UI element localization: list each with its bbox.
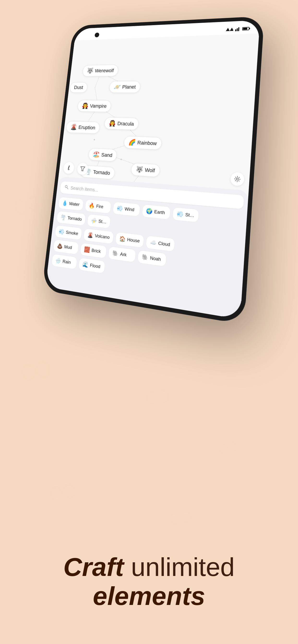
svg-line-36 (67, 188, 68, 189)
item-water[interactable]: 💧 Water (58, 197, 84, 211)
chip-werewolf[interactable]: 🐺 Werewolf (82, 65, 119, 77)
svg-rect-16 (238, 27, 239, 31)
svg-marker-12 (226, 28, 230, 31)
item-storm-partial[interactable]: ⛈️ St… (87, 214, 111, 229)
item-brick[interactable]: 🧱 Brick (80, 243, 107, 258)
chip-rainbow[interactable]: 🌈 Rainbow (123, 136, 162, 150)
brush-icon (66, 165, 72, 171)
svg-rect-15 (237, 28, 238, 31)
footer-elements: elements (19, 582, 279, 610)
canvas-area[interactable]: 🐺 Werewolf Dust 🪐 Planet 🧛 Vampire 🧛 Dra (46, 33, 259, 319)
svg-point-32 (68, 169, 69, 170)
item-cloud[interactable]: ☁️ Cloud (145, 235, 175, 252)
filter-button[interactable] (77, 163, 89, 175)
svg-rect-31 (68, 165, 70, 169)
item-rain[interactable]: 🌧️ Rain (51, 254, 77, 270)
signal-icon (226, 27, 233, 32)
item-volcano[interactable]: 🌋 Volcano (83, 228, 114, 244)
item-steam[interactable]: 💨 St… (172, 207, 199, 222)
svg-point-28 (94, 139, 95, 140)
chip-wolf[interactable]: 🐺 Wolf (130, 163, 160, 177)
search-placeholder: Search items... (70, 186, 99, 193)
svg-text:∞: ∞ (6, 176, 48, 230)
item-wind[interactable]: 💨 Wind (112, 202, 140, 217)
chip-sand[interactable]: 🏖️ Sand (88, 148, 117, 162)
items-grid: 💧 Water 🔥 Fire 💨 Wind (51, 197, 243, 294)
settings-icon (234, 176, 241, 183)
svg-point-34 (236, 178, 238, 180)
svg-text:∞: ∞ (140, 372, 174, 418)
chip-dracula[interactable]: 🧛 Dracula (104, 117, 139, 130)
svg-marker-13 (230, 28, 233, 31)
phone-device: 🐺 Werewolf Dust 🪐 Planet 🧛 Vampire 🧛 Dra (42, 16, 264, 325)
item-smoke[interactable]: 💨 Smoke (55, 225, 83, 240)
svg-point-27 (120, 158, 122, 160)
chip-vampire[interactable]: 🧛 Vampire (77, 100, 112, 112)
brush-button[interactable] (63, 162, 75, 174)
filter-icon (80, 166, 86, 172)
footer-craft: Craft (63, 552, 124, 582)
item-earth[interactable]: 🌍 Earth (141, 204, 171, 220)
item-fire[interactable]: 🔥 Fire (85, 199, 112, 214)
svg-rect-14 (235, 29, 236, 31)
item-noah[interactable]: 🐘 Noah (137, 250, 167, 267)
settings-button[interactable] (230, 172, 244, 186)
footer-unlimited: unlimited (124, 552, 235, 582)
svg-marker-33 (80, 167, 85, 171)
svg-text:∞: ∞ (164, 494, 197, 538)
chip-planet[interactable]: 🪐 Planet (109, 81, 141, 93)
svg-text:∞: ∞ (43, 463, 83, 517)
battery-icon (242, 27, 249, 30)
footer-text: Craft unlimited elements (0, 552, 298, 610)
tool-buttons (63, 162, 89, 175)
item-tornado[interactable]: 🌪️ Tornado (56, 211, 86, 226)
phone-screen: 🐺 Werewolf Dust 🪐 Planet 🧛 Vampire 🧛 Dra (46, 20, 260, 319)
svg-text:∞: ∞ (212, 426, 242, 466)
svg-text:∞: ∞ (13, 338, 58, 398)
item-house[interactable]: 🏠 House (115, 232, 144, 248)
front-camera (95, 32, 100, 38)
lte-icon (235, 27, 240, 31)
phone-outer-shell: 🐺 Werewolf Dust 🪐 Planet 🧛 Vampire 🧛 Dra (42, 16, 264, 325)
item-mud[interactable]: 💩 Mud (53, 239, 79, 255)
bottom-panel: Search items... 💧 Water 🔥 Fi (46, 176, 249, 319)
chip-eruption[interactable]: 🌋 Eruption (66, 121, 100, 134)
chip-dust[interactable]: Dust (69, 82, 88, 93)
item-ark[interactable]: 🐘 Ark (108, 246, 136, 262)
item-flood[interactable]: 🌊 Flood (78, 258, 106, 274)
status-icons (226, 26, 249, 32)
search-icon (64, 185, 69, 191)
